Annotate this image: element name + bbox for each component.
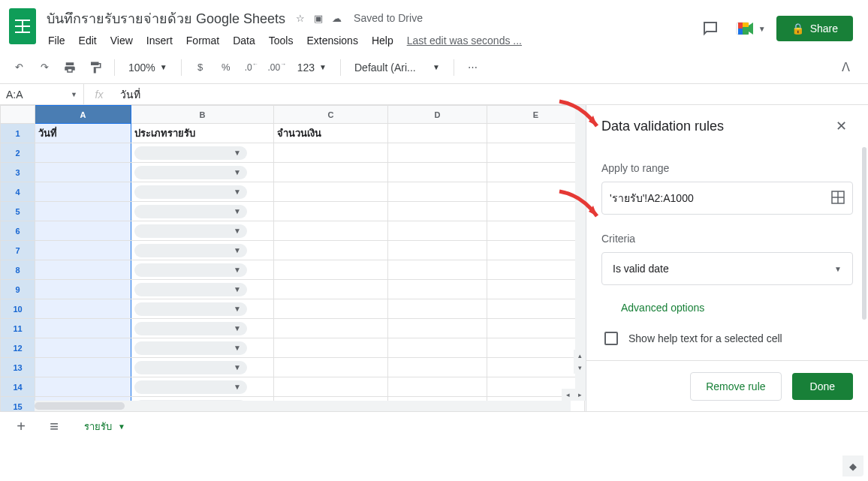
row-header[interactable]: 6 [1,221,35,241]
share-button[interactable]: 🔒 Share [776,16,853,41]
star-icon[interactable]: ☆ [296,13,305,24]
cell-D3[interactable] [388,163,487,182]
cell-D7[interactable] [388,241,487,260]
cell-C3[interactable] [274,163,388,182]
advanced-options-link[interactable]: Advanced options [601,285,853,330]
decrease-decimal-button[interactable]: .0← [240,56,263,79]
cell-C13[interactable] [274,358,388,377]
increase-decimal-button[interactable]: .00→ [266,56,288,79]
menu-tools[interactable]: Tools [263,32,300,50]
formula-bar[interactable]: วันที่ [114,86,868,103]
percent-button[interactable]: % [215,56,237,79]
cell-A1[interactable]: วันที่ [35,124,131,143]
cell-A3[interactable] [35,163,131,182]
cell-D11[interactable] [388,319,487,338]
close-sidebar-button[interactable]: ✕ [829,114,853,138]
row-header[interactable]: 13 [1,358,35,377]
menu-data[interactable]: Data [227,32,261,50]
cell-C11[interactable] [274,319,388,338]
cell-A11[interactable] [35,319,131,338]
font-select[interactable]: Default (Ari...▼ [348,62,446,74]
undo-button[interactable]: ↶ [8,56,30,79]
cell-B12[interactable]: ▼ [131,338,274,358]
redo-button[interactable]: ↷ [33,56,56,79]
cell-C4[interactable] [274,182,388,202]
row-header[interactable]: 10 [1,299,35,319]
cell-A8[interactable] [35,260,131,280]
number-format-select[interactable]: 123▼ [291,62,333,74]
cell-C8[interactable] [274,260,388,280]
dropdown-pill[interactable]: ▼ [134,361,247,374]
col-header-E[interactable]: E [487,106,585,124]
remove-rule-button[interactable]: Remove rule [690,372,781,401]
row-header[interactable]: 4 [1,182,35,202]
cell-B10[interactable]: ▼ [131,299,274,319]
help-text-checkbox[interactable] [604,332,618,345]
cell-E13[interactable] [487,358,585,377]
cell-A9[interactable] [35,280,131,299]
print-button[interactable] [59,56,81,79]
menu-edit[interactable]: Edit [73,32,103,50]
cell-E8[interactable] [487,260,585,280]
cell-C1[interactable]: จำนวนเงิน [274,124,388,143]
all-sheets-button[interactable]: ≡ [41,413,68,440]
add-sheet-button[interactable]: + [8,413,35,440]
dropdown-pill[interactable]: ▼ [134,205,247,218]
zoom-select[interactable]: 100%▼ [122,62,173,74]
collapse-toolbar-button[interactable]: ᐱ [830,60,860,74]
cell-D1[interactable] [388,124,487,143]
dropdown-pill[interactable]: ▼ [134,185,247,199]
dropdown-pill[interactable]: ▼ [134,322,247,335]
menu-help[interactable]: Help [366,32,399,50]
row-header[interactable]: 3 [1,163,35,182]
dropdown-pill[interactable]: ▼ [134,302,247,316]
cell-D12[interactable] [388,338,487,358]
cell-B3[interactable]: ▼ [131,163,274,182]
dropdown-pill[interactable]: ▼ [134,224,247,238]
cell-E12[interactable] [487,338,585,358]
sidebar-scrollbar[interactable] [862,147,866,320]
row-header[interactable]: 15 [1,397,35,412]
sheet-tab[interactable]: รายรับ ▼ [74,413,136,440]
cell-A5[interactable] [35,202,131,221]
cell-B2[interactable]: ▼ [131,143,274,163]
document-title[interactable]: บันทึกรายรับรายจ่ายด้วย Google Sheets [42,6,290,31]
dropdown-pill[interactable]: ▼ [134,380,247,394]
horizontal-scrollbar[interactable] [35,401,571,411]
meet-icon[interactable]: ▼ [736,14,766,44]
name-box[interactable]: A:A▼ [0,84,84,104]
scroll-up-button[interactable]: ▴ [574,350,586,362]
dropdown-pill[interactable]: ▼ [134,263,247,277]
cell-E9[interactable] [487,280,585,299]
cell-C9[interactable] [274,280,388,299]
cell-C7[interactable] [274,241,388,260]
row-header[interactable]: 14 [1,377,35,397]
cell-C10[interactable] [274,299,388,319]
scroll-right-button[interactable]: ▸ [574,389,586,401]
menu-extensions[interactable]: Extensions [300,32,363,50]
menu-file[interactable]: File [42,32,71,50]
col-header-B[interactable]: B [131,106,274,124]
scroll-down-button[interactable]: ▾ [574,362,586,374]
cell-A14[interactable] [35,377,131,397]
sheets-logo[interactable] [8,6,38,47]
last-edit-link[interactable]: Last edit was seconds ... [407,35,522,47]
cell-B14[interactable]: ▼ [131,377,274,397]
cell-D4[interactable] [388,182,487,202]
row-header[interactable]: 5 [1,202,35,221]
cell-B5[interactable]: ▼ [131,202,274,221]
cell-A4[interactable] [35,182,131,202]
menu-format[interactable]: Format [180,32,225,50]
cell-B8[interactable]: ▼ [131,260,274,280]
cell-B6[interactable]: ▼ [131,221,274,241]
range-input[interactable] [610,192,831,204]
done-button[interactable]: Done [792,373,853,400]
cell-D14[interactable] [388,377,487,397]
cell-E5[interactable] [487,202,585,221]
cell-C14[interactable] [274,377,388,397]
chevron-down-icon[interactable]: ▼ [118,422,125,431]
cell-D8[interactable] [388,260,487,280]
row-header[interactable]: 2 [1,143,35,163]
criteria-select[interactable]: Is valid date ▼ [601,252,853,285]
cell-D6[interactable] [388,221,487,241]
